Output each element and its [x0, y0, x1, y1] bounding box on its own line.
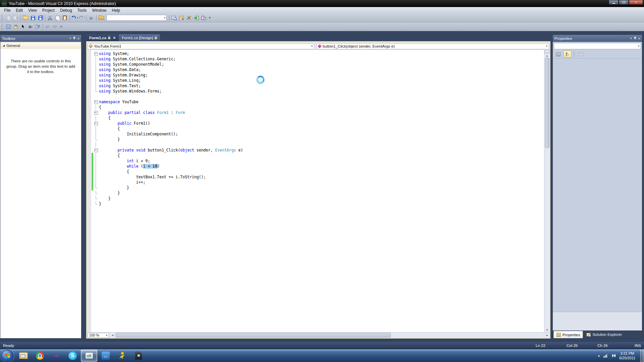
code-line[interactable]: } — [87, 137, 544, 142]
code-line[interactable]: using System.Text; — [87, 83, 544, 88]
menu-help[interactable]: Help — [109, 8, 123, 13]
code-line[interactable]: using System.ComponentModel; — [87, 62, 544, 67]
menu-file[interactable]: File — [1, 8, 13, 13]
code-line[interactable]: { — [87, 105, 544, 110]
properties-window-icon[interactable] — [178, 14, 185, 21]
pin-icon[interactable] — [634, 37, 636, 40]
horizontal-scroll-track[interactable] — [115, 333, 545, 338]
quick-info-icon[interactable]: A▸ — [27, 23, 34, 30]
word-wrap-icon[interactable] — [34, 23, 42, 30]
fold-collapse-icon[interactable] — [93, 110, 99, 115]
toolbox-title-bar[interactable]: Toolbox ▾ × — [0, 35, 81, 42]
paste-icon[interactable] — [61, 14, 68, 21]
alphabetical-sort-icon[interactable]: AZ↓ — [564, 51, 572, 58]
code-line[interactable]: } — [87, 190, 544, 196]
property-pages-icon[interactable] — [577, 51, 585, 58]
vertical-scroll-thumb[interactable] — [545, 58, 549, 148]
menu-window[interactable]: Window — [90, 8, 109, 13]
object-selector-dropdown[interactable]: ▾ — [554, 43, 641, 49]
network-icon[interactable] — [603, 354, 608, 358]
tab-solution-explorer[interactable]: Solution Explorer — [584, 331, 625, 338]
code-line[interactable]: using System.Linq; — [87, 78, 544, 83]
window-position-icon[interactable]: ▾ — [631, 37, 632, 40]
code-line[interactable]: textBox1.Text += i.ToString(); — [87, 174, 544, 180]
splitter-handle[interactable] — [545, 50, 550, 53]
code-line[interactable]: using System.Data; — [87, 67, 544, 72]
toolbar-options-icon[interactable]: ▾ — [209, 17, 211, 18]
menu-view[interactable]: View — [25, 8, 40, 13]
cut-icon[interactable] — [46, 14, 54, 21]
find-combo-arrow-icon[interactable]: ▾ — [164, 16, 165, 19]
uncomment-lines-icon[interactable] — [51, 23, 59, 30]
properties-grid[interactable] — [553, 59, 642, 312]
toolbox-body[interactable]: There are no usable controls in this gro… — [0, 49, 81, 338]
code-line[interactable]: } — [87, 201, 544, 206]
pin-icon[interactable] — [73, 37, 75, 40]
find-combo[interactable]: ▾ — [106, 15, 167, 21]
chevron-down-icon[interactable]: ▾ — [311, 45, 313, 48]
categorized-icon[interactable] — [554, 51, 562, 58]
properties-title-bar[interactable]: Properties ▾ × — [553, 35, 642, 42]
code-line[interactable]: using System.Windows.Forms; — [87, 88, 544, 94]
toolbar-grip[interactable] — [2, 24, 3, 30]
show-hidden-icons[interactable]: ▲ — [597, 354, 600, 357]
toolbar-grip[interactable] — [2, 15, 3, 21]
start-button[interactable] — [1, 350, 13, 362]
undo-icon[interactable]: ▾ — [71, 14, 78, 21]
code-line[interactable]: public partial class Form1 : Form — [87, 110, 544, 115]
redo-icon[interactable]: ▾ — [78, 14, 86, 21]
show-desktop-button[interactable] — [640, 349, 644, 362]
fold-collapse-icon[interactable] — [93, 121, 99, 126]
close-icon[interactable]: × — [638, 37, 640, 41]
code-line[interactable]: using System.Collections.Generic; — [87, 56, 544, 62]
find-in-files-icon[interactable] — [98, 14, 105, 21]
code-line[interactable]: { — [87, 126, 544, 131]
solution-explorer-icon[interactable] — [170, 14, 178, 21]
taskbar-visual-csharp[interactable]: c# — [81, 350, 97, 362]
close-button[interactable]: × — [629, 0, 643, 5]
fold-collapse-icon[interactable] — [93, 99, 99, 105]
toolbox-group-general[interactable]: ◢ General — [1, 42, 81, 49]
volume-icon[interactable] — [611, 354, 615, 357]
code-line[interactable]: while (i < 10) — [87, 164, 544, 169]
code-line[interactable]: } — [87, 185, 544, 190]
comment-lines-icon[interactable] — [44, 23, 51, 30]
window-position-icon[interactable]: ▾ — [70, 37, 71, 40]
add-item-icon[interactable]: ▾ — [12, 14, 19, 21]
members-dropdown[interactable]: button1_Click(object sender, EventArgs e… — [317, 43, 549, 49]
code-line[interactable]: { — [87, 169, 544, 174]
extension-manager-icon[interactable] — [185, 14, 193, 21]
save-all-icon[interactable] — [37, 14, 44, 21]
vertical-scrollbar[interactable]: ▲ ▼ — [544, 50, 550, 332]
code-line[interactable] — [87, 94, 544, 99]
taskbar-teamviewer[interactable]: ↔ — [97, 350, 114, 362]
code-line[interactable]: using System; — [87, 51, 544, 56]
taskbar-visual-studio[interactable]: ∞ — [48, 350, 64, 362]
scroll-up-icon[interactable]: ▲ — [545, 53, 550, 58]
zoom-dropdown[interactable]: 100 % ▾ — [88, 333, 109, 338]
code-line[interactable]: private void button1_Click(object sender… — [87, 147, 544, 153]
menu-tools[interactable]: Tools — [75, 8, 90, 13]
types-dropdown[interactable]: YouTube.Form1 ▾ — [88, 43, 314, 49]
code-line[interactable] — [87, 142, 544, 147]
save-icon[interactable] — [29, 14, 37, 21]
fold-collapse-icon[interactable] — [93, 51, 99, 56]
code-line[interactable]: using System.Drawing; — [87, 72, 544, 78]
code-line[interactable]: { — [87, 153, 544, 158]
start-debugging-icon[interactable]: ▶ — [88, 14, 95, 21]
taskbar-clock[interactable]: 3:21 PM 6/25/2011 — [619, 351, 637, 361]
parameter-info-icon[interactable] — [12, 23, 19, 30]
code-line[interactable]: i++; — [87, 180, 544, 185]
close-tab-icon[interactable]: × — [113, 36, 115, 40]
tab-properties[interactable]: Properties — [553, 331, 583, 338]
chevron-down-icon[interactable]: ▾ — [546, 45, 547, 48]
copy-icon[interactable] — [54, 14, 61, 21]
menu-debug[interactable]: Debug — [57, 8, 74, 13]
close-icon[interactable]: × — [77, 37, 79, 41]
horizontal-scrollbar[interactable]: 100 % ▾ ◄ ► — [87, 332, 550, 338]
code-line[interactable]: } — [87, 196, 544, 201]
maximize-button[interactable] — [619, 0, 629, 5]
scroll-right-icon[interactable]: ► — [545, 333, 550, 338]
taskbar-chrome[interactable] — [32, 350, 48, 362]
minimize-button[interactable] — [609, 0, 619, 5]
